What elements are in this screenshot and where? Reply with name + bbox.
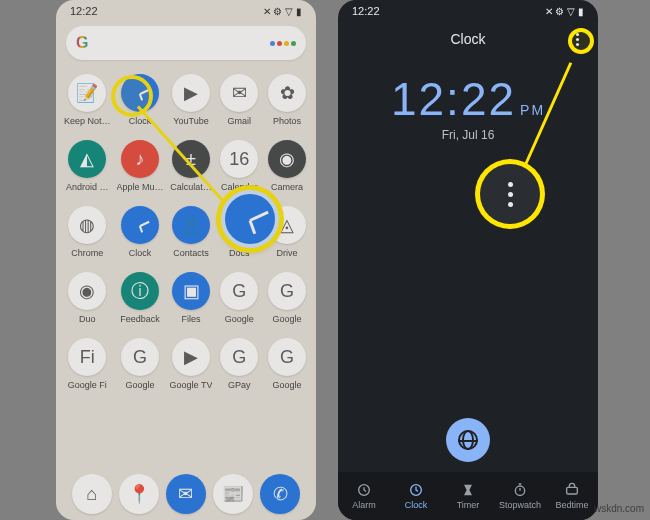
app-icon: ▶ <box>172 338 210 376</box>
app-icon: G <box>220 272 258 310</box>
app-google[interactable]: GGoogle <box>218 272 260 324</box>
app-google[interactable]: GGoogle <box>117 338 164 390</box>
assistant-icon[interactable] <box>270 41 296 46</box>
app-calculat-[interactable]: ±Calculat… <box>170 140 213 192</box>
clock-time: 12:22PM <box>338 72 598 126</box>
app-photos[interactable]: ✿Photos <box>266 74 308 126</box>
app-label: Google TV <box>170 380 213 390</box>
app-label: Google <box>126 380 155 390</box>
app-label: Chrome <box>71 248 103 258</box>
status-icons: ✕ ⚙ ▽ ▮ <box>263 6 302 17</box>
header-title: Clock <box>450 31 485 47</box>
app-google[interactable]: GGoogle <box>266 338 308 390</box>
app-feedback[interactable]: ⓘFeedback <box>117 272 164 324</box>
app-label: Photos <box>273 116 301 126</box>
app-drive[interactable]: ◬Drive <box>266 206 308 258</box>
app-clock[interactable]: Clock <box>117 74 164 126</box>
app-icon: G <box>121 338 159 376</box>
dock-home[interactable]: ⌂ <box>72 474 112 514</box>
app-gmail[interactable]: ✉Gmail <box>218 74 260 126</box>
app-icon: ± <box>172 140 210 178</box>
nav-alarm[interactable]: Alarm <box>338 472 390 520</box>
app-icon: ◭ <box>68 140 106 178</box>
app-contacts[interactable]: 👤Contacts <box>170 206 213 258</box>
app-label: Gmail <box>228 116 252 126</box>
app-label: Drive <box>277 248 298 258</box>
app-clock[interactable]: Clock <box>117 206 164 258</box>
app-icon: G <box>268 338 306 376</box>
nav-timer[interactable]: Timer <box>442 472 494 520</box>
app-duo[interactable]: ◉Duo <box>64 272 111 324</box>
status-time: 12:22 <box>352 5 380 17</box>
app-label: Calendar <box>221 182 258 192</box>
app-icon: G <box>220 338 258 376</box>
app-icon: 📝 <box>68 74 106 112</box>
app-label: Google <box>273 314 302 324</box>
app-camera[interactable]: ◉Camera <box>266 140 308 192</box>
globe-icon <box>458 430 478 450</box>
app-label: Apple Mu… <box>117 182 164 192</box>
app-icon: ▶ <box>172 74 210 112</box>
app-android-[interactable]: ◭Android … <box>64 140 111 192</box>
app-google-fi[interactable]: FiGoogle Fi <box>64 338 111 390</box>
app-icon: ✿ <box>268 74 306 112</box>
nav-stopwatch[interactable]: Stopwatch <box>494 472 546 520</box>
app-label: Clock <box>129 116 152 126</box>
app-google-tv[interactable]: ▶Google TV <box>170 338 213 390</box>
app-icon: G <box>268 272 306 310</box>
add-city-fab[interactable] <box>446 418 490 462</box>
nav-label: Alarm <box>352 500 376 510</box>
home-screen: 12:22 ✕ ⚙ ▽ ▮ G 📝Keep Not…Clock▶YouTube✉… <box>56 0 316 520</box>
app-icon: ♪ <box>121 140 159 178</box>
dock-phone[interactable]: ✆ <box>260 474 300 514</box>
app-label: Android … <box>66 182 109 192</box>
nav-label: Stopwatch <box>499 500 541 510</box>
dock-maps[interactable]: 📍 <box>119 474 159 514</box>
app-label: Docs <box>229 248 250 258</box>
watermark: wskdn.com <box>594 503 644 514</box>
app-label: Google Fi <box>68 380 107 390</box>
nav-label: Clock <box>405 500 428 510</box>
app-label: Contacts <box>173 248 209 258</box>
clock-app: 12:22 ✕ ⚙ ▽ ▮ Clock 12:22PM Fri, Jul 16 … <box>338 0 598 520</box>
app-label: Clock <box>129 248 152 258</box>
more-options-button[interactable] <box>566 28 588 50</box>
app-gpay[interactable]: GGPay <box>218 338 260 390</box>
dock: ⌂📍✉📰✆ <box>56 474 316 514</box>
nav-label: Bedtime <box>555 500 588 510</box>
app-apple-mu-[interactable]: ♪Apple Mu… <box>117 140 164 192</box>
time-hours-minutes: 12:22 <box>391 73 516 125</box>
app-icon <box>121 206 159 244</box>
dock-messages[interactable]: ✉ <box>166 474 206 514</box>
dock-news[interactable]: 📰 <box>213 474 253 514</box>
app-icon: ◉ <box>68 272 106 310</box>
app-icon: ▣ <box>172 272 210 310</box>
app-files[interactable]: ▣Files <box>170 272 213 324</box>
app-icon: Fi <box>68 338 106 376</box>
status-time: 12:22 <box>70 5 98 17</box>
app-icon: ◍ <box>68 206 106 244</box>
status-bar: 12:22 ✕ ⚙ ▽ ▮ <box>338 0 598 22</box>
search-bar[interactable]: G <box>66 26 306 60</box>
app-calendar[interactable]: 16Calendar <box>218 140 260 192</box>
app-docs[interactable]: ▤Docs <box>218 206 260 258</box>
clock-date: Fri, Jul 16 <box>338 128 598 142</box>
bottom-nav: AlarmClockTimerStopwatchBedtime <box>338 472 598 520</box>
app-chrome[interactable]: ◍Chrome <box>64 206 111 258</box>
app-icon: ✉ <box>220 74 258 112</box>
app-icon: ◬ <box>268 206 306 244</box>
app-google[interactable]: GGoogle <box>266 272 308 324</box>
app-label: Google <box>273 380 302 390</box>
status-icons: ✕ ⚙ ▽ ▮ <box>545 6 584 17</box>
app-label: Feedback <box>120 314 160 324</box>
nav-bedtime[interactable]: Bedtime <box>546 472 598 520</box>
app-youtube[interactable]: ▶YouTube <box>170 74 213 126</box>
nav-clock[interactable]: Clock <box>390 472 442 520</box>
app-icon: ⓘ <box>121 272 159 310</box>
zoom-more-icon <box>480 164 540 224</box>
svg-point-2 <box>515 486 524 495</box>
app-grid: 📝Keep Not…Clock▶YouTube✉Gmail✿Photos◭And… <box>56 68 316 400</box>
app-label: Duo <box>79 314 96 324</box>
app-keep-not-[interactable]: 📝Keep Not… <box>64 74 111 126</box>
app-label: GPay <box>228 380 251 390</box>
